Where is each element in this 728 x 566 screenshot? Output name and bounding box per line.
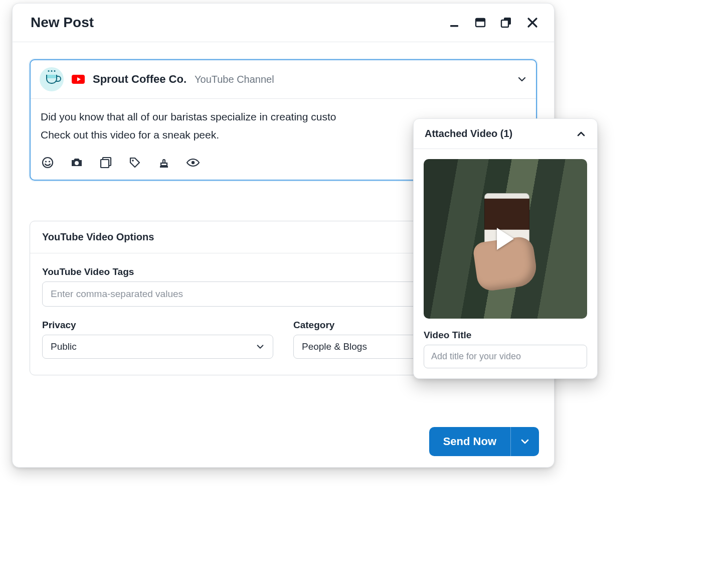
- svg-rect-15: [161, 163, 167, 166]
- profile-subtitle: YouTube Channel: [195, 74, 274, 85]
- attached-video-panel: Attached Video (1) Video Title: [413, 118, 598, 379]
- profile-selector[interactable]: Sprout Coffee Co. YouTube Channel: [31, 60, 536, 99]
- privacy-value: Public: [51, 341, 77, 352]
- svg-rect-12: [101, 160, 109, 168]
- emoji-icon[interactable]: [41, 156, 55, 170]
- minimize-icon[interactable]: [448, 16, 461, 29]
- video-thumbnail[interactable]: [424, 159, 587, 319]
- attached-video-body: Video Title: [414, 149, 597, 378]
- gallery-icon[interactable]: [99, 156, 113, 170]
- close-icon[interactable]: [526, 16, 539, 29]
- video-title-label: Video Title: [424, 330, 587, 341]
- category-value: People & Blogs: [302, 341, 367, 352]
- attached-video-header[interactable]: Attached Video (1): [414, 119, 597, 149]
- maximize-icon[interactable]: [474, 16, 487, 29]
- privacy-label: Privacy: [42, 320, 273, 331]
- svg-rect-0: [450, 25, 458, 27]
- svg-point-13: [132, 160, 134, 162]
- profile-name: Sprout Coffee Co.: [93, 73, 187, 86]
- send-now-button[interactable]: Send Now: [429, 427, 510, 456]
- video-title-input[interactable]: [424, 345, 587, 368]
- svg-point-8: [45, 161, 47, 163]
- youtube-icon: [72, 75, 85, 84]
- stamp-icon[interactable]: [157, 156, 171, 170]
- attached-video-title: Attached Video (1): [425, 128, 512, 139]
- svg-rect-6: [501, 20, 508, 27]
- window-title: New Post: [31, 15, 94, 31]
- restore-icon[interactable]: [500, 16, 513, 29]
- svg-point-16: [192, 161, 195, 164]
- send-dropdown-button[interactable]: [510, 427, 539, 456]
- svg-point-9: [49, 161, 50, 163]
- eye-icon[interactable]: [186, 156, 200, 170]
- chevron-down-icon: [256, 342, 265, 351]
- profile-avatar: [40, 67, 64, 91]
- svg-point-10: [75, 161, 79, 165]
- chevron-down-icon: [517, 74, 527, 84]
- svg-rect-14: [160, 166, 168, 168]
- tag-icon[interactable]: [128, 156, 142, 170]
- titlebar: New Post: [13, 4, 554, 42]
- chevron-up-icon: [576, 129, 586, 139]
- window-controls: [448, 16, 539, 29]
- play-icon: [497, 228, 514, 250]
- svg-rect-2: [476, 22, 485, 27]
- camera-icon[interactable]: [70, 156, 84, 170]
- footer-actions: Send Now: [429, 427, 539, 456]
- svg-point-7: [43, 158, 53, 168]
- privacy-select[interactable]: Public: [42, 335, 273, 359]
